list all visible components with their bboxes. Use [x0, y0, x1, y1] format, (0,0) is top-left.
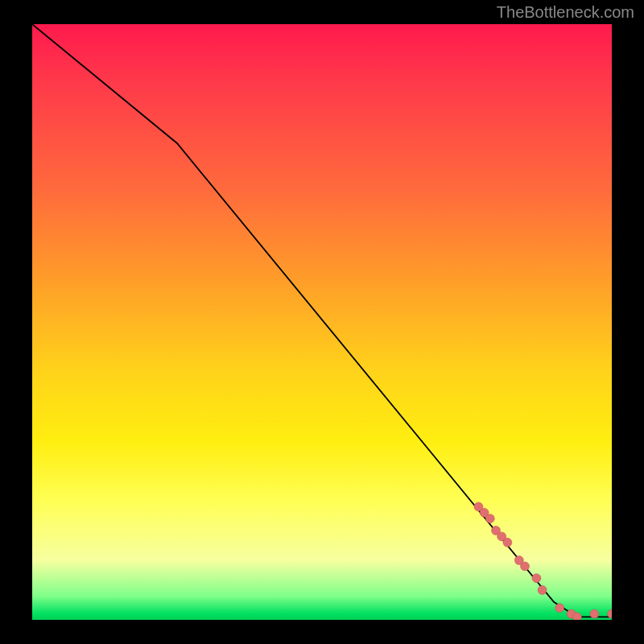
curve-line — [32, 24, 612, 617]
data-marker — [538, 586, 547, 595]
data-marker — [572, 613, 581, 620]
marker-group — [474, 502, 612, 620]
plot-area — [32, 24, 612, 620]
data-marker — [532, 574, 541, 583]
watermark-text: TheBottleneck.com — [497, 3, 634, 22]
data-marker — [590, 609, 599, 618]
data-marker — [503, 538, 512, 547]
chart-frame: TheBottleneck.com — [0, 0, 644, 644]
data-marker — [521, 562, 530, 571]
chart-svg — [32, 24, 612, 620]
data-marker — [555, 604, 564, 613]
data-marker — [485, 514, 494, 523]
